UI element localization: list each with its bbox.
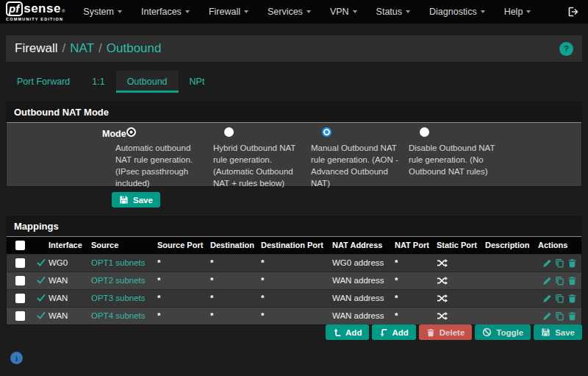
breadcrumb-page-outbound[interactable]: Outbound [107, 41, 162, 56]
breadcrumb-section: Firewall [15, 41, 58, 56]
pfsense-logo[interactable]: pfsense® COMMUNITY EDITION [6, 1, 65, 22]
radio-manual[interactable] [322, 127, 331, 137]
trash-icon[interactable] [567, 276, 577, 285]
col-destination-port: Destination Port [259, 237, 331, 254]
row-checkbox[interactable] [15, 294, 25, 303]
trash-icon[interactable] [567, 294, 577, 303]
add-rule-bottom-button[interactable]: Add [372, 324, 415, 340]
cell-destination-port: * [259, 272, 331, 289]
level-up-icon [333, 328, 341, 337]
menu-help[interactable]: Help [495, 0, 541, 24]
col-interface: Interface [47, 237, 90, 254]
mode-options: Automatic outbound NAT rule generation. … [115, 127, 506, 189]
ban-icon [482, 327, 492, 337]
chevron-down-icon [406, 10, 410, 13]
cell-source-port: * [156, 254, 209, 272]
row-checkbox[interactable] [15, 276, 25, 285]
edit-pencil-icon[interactable] [542, 311, 552, 321]
sign-out-icon[interactable] [567, 6, 579, 18]
delete-button[interactable]: Delete [419, 324, 473, 340]
mode-option-disable: Disable Outbound NAT rule generation. (N… [409, 127, 506, 189]
panel-title-mappings: Mappings [7, 216, 581, 237]
tab-port-forward[interactable]: Port Forward [6, 71, 81, 93]
breadcrumb-link-nat[interactable]: NAT [70, 41, 94, 56]
logo-pf: pf [6, 1, 23, 16]
select-all-checkbox[interactable] [15, 241, 25, 250]
menu-services[interactable]: Services [258, 0, 320, 24]
source-link[interactable]: OPT3 subnets [91, 294, 146, 302]
radio-automatic[interactable] [126, 127, 136, 137]
chevron-down-icon [526, 10, 531, 13]
outbound-nat-mode-panel: Outbound NAT Mode Mode Automatic outboun… [6, 102, 582, 187]
mappings-table: Interface Source Source Port Destination… [7, 237, 581, 324]
cell-nat-port: * [393, 307, 435, 324]
copy-icon[interactable] [555, 294, 564, 303]
chevron-down-icon [118, 10, 122, 13]
toggle-button[interactable]: Toggle [475, 324, 531, 340]
cell-description [484, 289, 537, 307]
cell-source-port: * [156, 307, 209, 324]
cell-destination-port: * [259, 254, 331, 272]
cell-destination: * [209, 254, 259, 272]
source-link[interactable]: OPT2 subnets [91, 276, 146, 285]
tab-outbound[interactable]: Outbound [116, 71, 179, 93]
col-static-port: Static Port [435, 237, 484, 254]
save-icon [541, 327, 551, 337]
col-nat-address: NAT Address [331, 237, 393, 254]
edit-pencil-icon[interactable] [542, 258, 552, 268]
add-rule-top-button[interactable]: Add [326, 324, 369, 340]
radio-hybrid[interactable] [224, 127, 234, 137]
menu-status[interactable]: Status [367, 0, 420, 24]
top-navbar: pfsense® COMMUNITY EDITION System Interf… [0, 0, 588, 24]
table-row: WAN OPT3 subnets * * * WAN address * [7, 289, 581, 307]
mode-option-label: Automatic outbound NAT rule generation. … [115, 142, 205, 189]
mode-option-label: Disable Outbound NAT rule generation. (N… [409, 142, 498, 177]
menu-vpn[interactable]: VPN [320, 0, 367, 24]
tab-npt[interactable]: NPt [179, 71, 216, 93]
copy-icon[interactable] [555, 276, 564, 285]
trash-icon[interactable] [567, 258, 577, 268]
mode-option-hybrid: Hybrid Outbound NAT rule generation. (Au… [213, 127, 311, 189]
mode-option-automatic: Automatic outbound NAT rule generation. … [115, 127, 213, 189]
save-rules-button[interactable]: Save [534, 324, 582, 340]
logo-registered-mark: ® [62, 9, 65, 13]
radio-disable[interactable] [420, 127, 429, 137]
breadcrumb-separator: / [58, 41, 71, 56]
main-menu: System Interfaces Firewall Services VPN … [74, 0, 540, 24]
copy-icon[interactable] [555, 311, 564, 321]
copy-icon[interactable] [555, 258, 564, 268]
edit-pencil-icon[interactable] [542, 294, 552, 303]
cell-source-port: * [156, 272, 209, 289]
source-link[interactable]: OPT4 subnets [91, 311, 146, 320]
table-row: WG0 OPT1 subnets * * * WG0 address * [7, 254, 581, 272]
menu-interfaces[interactable]: Interfaces [132, 0, 199, 24]
cell-destination-port: * [259, 307, 331, 324]
chevron-down-icon [306, 10, 311, 13]
cell-interface: WAN [47, 272, 90, 289]
help-icon[interactable]: ? [559, 42, 573, 56]
menu-system[interactable]: System [74, 0, 132, 24]
source-link[interactable]: OPT1 subnets [91, 258, 146, 267]
save-mode-button[interactable]: Save [112, 192, 160, 207]
edit-pencil-icon[interactable] [542, 276, 552, 285]
tab-1-1[interactable]: 1:1 [81, 71, 115, 93]
mode-option-manual: Manual Outbound NAT rule generation. (AO… [311, 127, 409, 189]
menu-firewall[interactable]: Firewall [199, 0, 258, 24]
cell-destination: * [209, 289, 259, 307]
rule-enabled-check-icon [36, 293, 46, 303]
row-checkbox[interactable] [15, 311, 25, 321]
table-header-row: Interface Source Source Port Destination… [7, 237, 581, 254]
row-checkbox[interactable] [15, 258, 25, 268]
cell-source-port: * [156, 289, 209, 307]
nat-tabs: Port Forward 1:1 Outbound NPt [6, 71, 215, 93]
cell-nat-port: * [393, 289, 435, 307]
menu-diagnostics[interactable]: Diagnostics [420, 0, 495, 24]
cell-destination-port: * [259, 289, 331, 307]
table-row: WAN OPT2 subnets * * * WAN address * [7, 272, 581, 289]
trash-icon[interactable] [567, 311, 577, 321]
info-icon[interactable]: i [10, 352, 23, 364]
rule-enabled-check-icon [36, 275, 46, 285]
mappings-footer-buttons: Add Add Delete Toggle Save [326, 324, 582, 340]
chevron-down-icon [185, 10, 190, 13]
cell-destination: * [209, 307, 259, 324]
